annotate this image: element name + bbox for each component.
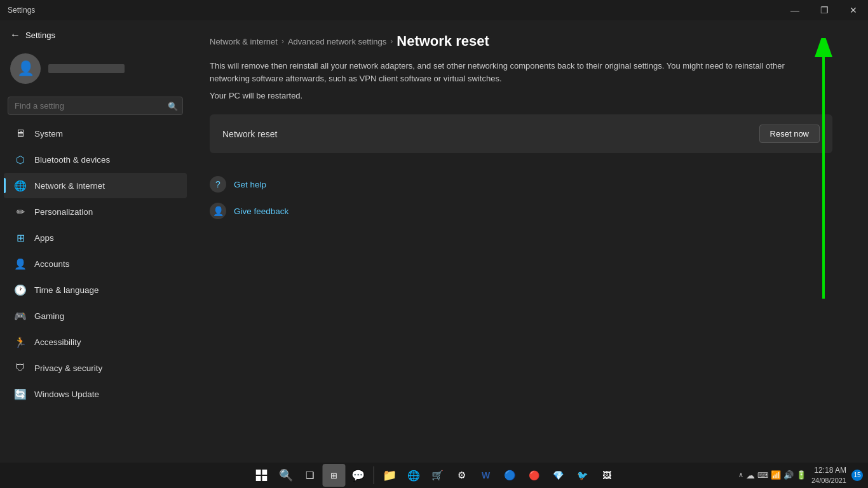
burner-taskbar[interactable]: 🔴 (523, 464, 546, 487)
taskbar-center: 🔍 ❑ ⊞ 💬 📁 🌐 🛒 ⚙ W 🔵 🔴 💎 🐦 🖼 (250, 464, 618, 487)
window-controls: — ❐ ✕ (780, 0, 868, 20)
search-taskbar-button[interactable]: 🔍 (275, 464, 297, 487)
system-tray: ∧ ☁ ⌨ 📶 🔊 🔋 (738, 470, 806, 480)
sidebar-item-time[interactable]: 🕐 Time & language (4, 277, 187, 302)
settings-taskbar[interactable]: ⚙ (451, 464, 473, 487)
gallery-taskbar[interactable]: 🖼 (595, 464, 618, 487)
avatar: 👤 (10, 53, 41, 84)
file-explorer-taskbar[interactable]: 📁 (378, 464, 401, 487)
sidebar-item-update[interactable]: 🔄 Windows Update (4, 381, 187, 407)
sidebar-nav: 🖥 System ⬡ Bluetooth & devices 🌐 Network… (0, 120, 191, 407)
accessibility-icon: 🏃 (14, 336, 27, 348)
svg-rect-5 (262, 476, 268, 481)
back-arrow-icon: ← (10, 29, 20, 41)
edge-taskbar[interactable]: 🌐 (402, 464, 425, 487)
taskbar-divider (374, 466, 374, 484)
sidebar-label-personalization: Personalization (34, 207, 93, 217)
titlebar: Settings — ❐ ✕ (0, 0, 868, 20)
sidebar-item-apps[interactable]: ⊞ Apps (4, 225, 187, 250)
svg-rect-3 (262, 470, 268, 475)
get-help-link[interactable]: ? Get help (210, 171, 849, 198)
apps-icon: ⊞ (14, 231, 27, 244)
close-button[interactable]: ✕ (839, 0, 868, 20)
unknown1-taskbar[interactable]: 🐦 (571, 464, 594, 487)
sidebar-label-gaming: Gaming (34, 311, 64, 321)
search-bar: 🔍 (8, 97, 183, 115)
sidebar-label-accessibility: Accessibility (34, 337, 81, 347)
content-area: Network & internet › Advanced network se… (191, 20, 868, 463)
system-icon: 🖥 (14, 127, 27, 140)
sidebar-label-time: Time & language (34, 285, 99, 295)
chat-button[interactable]: 💬 (347, 464, 370, 487)
store-taskbar[interactable]: 🛒 (426, 464, 449, 487)
minimize-button[interactable]: — (780, 0, 810, 20)
word-taskbar[interactable]: W (475, 464, 498, 487)
main-window: ← Settings 👤 🔍 🖥 System ⬡ Bluetooth & de… (0, 20, 868, 463)
taskview-button[interactable]: ❑ (299, 464, 322, 487)
sidebar-item-gaming[interactable]: 🎮 Gaming (4, 303, 187, 329)
time-icon: 🕐 (14, 283, 27, 296)
search-icon: 🔍 (168, 101, 178, 111)
svg-rect-4 (256, 476, 261, 481)
sidebar-label-system: System (34, 129, 63, 139)
breadcrumb-network[interactable]: Network & internet (210, 37, 278, 46)
user-name (48, 64, 125, 73)
network-icon: 🌐 (14, 179, 27, 192)
sidebar-label-privacy: Privacy & security (34, 363, 102, 373)
sidebar-label-bluetooth: Bluetooth & devices (34, 155, 110, 165)
maximize-button[interactable]: ❐ (810, 0, 839, 20)
clock[interactable]: 12:18 AM 24/08/2021 (811, 466, 846, 485)
taskbar: 🔍 ❑ ⊞ 💬 📁 🌐 🛒 ⚙ W 🔵 🔴 💎 🐦 🖼 ∧ ☁ ⌨ 📶 🔊 🔋 … (0, 463, 868, 488)
annotation-arrow (811, 38, 836, 308)
privacy-icon: 🛡 (14, 362, 27, 374)
chrome-taskbar[interactable]: 🔵 (499, 464, 522, 487)
user-profile: 👤 (0, 47, 191, 94)
notification-badge[interactable]: 15 (851, 470, 863, 481)
breadcrumb-sep-1: › (281, 37, 284, 46)
sidebar-label-network: Network & internet (34, 181, 105, 191)
sidebar-item-accounts[interactable]: 👤 Accounts (4, 251, 187, 276)
svg-rect-2 (256, 470, 261, 475)
sidebar: ← Settings 👤 🔍 🖥 System ⬡ Bluetooth & de… (0, 20, 191, 463)
reset-card-label: Network reset (222, 129, 277, 139)
widgets-button[interactable]: ⊞ (323, 464, 346, 487)
sidebar-item-bluetooth[interactable]: ⬡ Bluetooth & devices (4, 147, 187, 172)
sidebar-item-privacy[interactable]: 🛡 Privacy & security (4, 355, 187, 381)
sidebar-label-update: Windows Update (34, 390, 99, 399)
start-button[interactable] (250, 464, 273, 487)
update-icon: 🔄 (14, 388, 27, 400)
give-feedback-link[interactable]: 👤 Give feedback (210, 198, 849, 224)
search-input[interactable] (8, 97, 183, 115)
sidebar-item-accessibility[interactable]: 🏃 Accessibility (4, 329, 187, 355)
gaming-icon: 🎮 (14, 309, 27, 322)
time-display: 12:18 AM (811, 466, 846, 476)
wifi-icon: 📶 (771, 470, 781, 480)
back-label: Settings (25, 30, 55, 40)
bluetooth-icon: ⬡ (14, 153, 27, 166)
get-help-icon: ? (210, 176, 226, 193)
obsidian-taskbar[interactable]: 💎 (547, 464, 570, 487)
get-help-label: Get help (234, 180, 266, 189)
links-section: ? Get help 👤 Give feedback (210, 171, 849, 224)
sidebar-item-personalization[interactable]: ✏ Personalization (4, 199, 187, 224)
cloud-icon: ☁ (746, 470, 755, 480)
sidebar-label-accounts: Accounts (34, 259, 70, 269)
tray-chevron[interactable]: ∧ (738, 471, 743, 479)
give-feedback-icon: 👤 (210, 203, 226, 219)
back-button[interactable]: ← Settings (0, 27, 191, 47)
accounts-icon: 👤 (14, 257, 27, 270)
sidebar-item-system[interactable]: 🖥 System (4, 121, 187, 146)
sidebar-item-network[interactable]: 🌐 Network & internet (4, 173, 187, 198)
description-text: This will remove then reinstall all your… (210, 60, 813, 85)
keyboard-icon: ⌨ (757, 471, 768, 480)
restart-note: Your PC will be restarted. (210, 91, 849, 100)
volume-icon: 🔊 (783, 470, 794, 480)
date-display: 24/08/2021 (811, 476, 846, 485)
breadcrumb-advanced[interactable]: Advanced network settings (288, 37, 386, 46)
page-title: Network reset (397, 33, 489, 50)
breadcrumb-sep-2: › (390, 37, 393, 46)
app-title: Settings (8, 6, 35, 15)
sidebar-label-apps: Apps (34, 233, 54, 243)
personalization-icon: ✏ (14, 205, 27, 218)
network-reset-card: Network reset Reset now (210, 114, 832, 153)
